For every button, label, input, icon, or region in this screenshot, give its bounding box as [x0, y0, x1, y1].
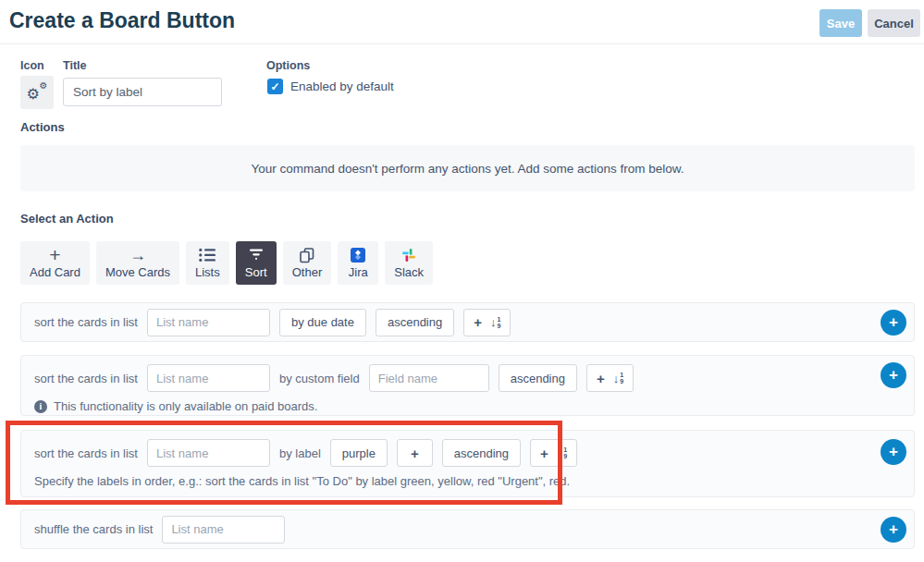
- label-order-note: Specify the labels in order, e.g.: sort …: [21, 474, 914, 488]
- page-title: Create a Board Button: [9, 8, 235, 33]
- header-divider: [0, 43, 924, 44]
- add-action-button[interactable]: +: [881, 310, 906, 336]
- paid-boards-note: i This functionality is only available o…: [21, 399, 914, 413]
- title-field-label: Title: [63, 59, 86, 72]
- icon-picker-button[interactable]: ⚙ ⚙: [20, 76, 54, 109]
- action-row-content: sort the cards in list by due date ascen…: [21, 303, 914, 341]
- tab-label: Other: [292, 265, 323, 279]
- actions-empty-message: Your command doesn't perform any actions…: [251, 162, 684, 176]
- list-name-input[interactable]: [147, 364, 270, 392]
- enabled-by-default-label: Enabled by default: [290, 79, 394, 93]
- check-icon: ✓: [270, 80, 279, 93]
- add-label-button[interactable]: +: [397, 439, 433, 467]
- note-text: This functionality is only available on …: [54, 399, 317, 413]
- sort-field-select[interactable]: by due date: [279, 309, 366, 336]
- action-row-content: sort the cards in list by custom field a…: [21, 364, 914, 392]
- tab-other[interactable]: Other: [283, 241, 332, 285]
- plus-icon: +: [474, 315, 482, 329]
- note-text: Specify the labels in order, e.g.: sort …: [34, 474, 570, 488]
- tab-label: Jira: [349, 265, 368, 279]
- actions-section-label: Actions: [20, 120, 65, 134]
- list-icon: [199, 248, 216, 263]
- add-sort-criteria-button[interactable]: + ↓ 1 9: [530, 439, 577, 467]
- options-field-label: Options: [266, 59, 310, 72]
- gear-icon: ⚙ ⚙: [27, 83, 48, 102]
- by-label-text: by label: [279, 446, 321, 460]
- tab-add-card[interactable]: + Add Card: [20, 241, 90, 285]
- enabled-by-default-checkbox[interactable]: ✓: [267, 79, 283, 94]
- sort-numeric-icon: ↓ 1 9: [613, 372, 623, 385]
- tab-label: Move Cards: [105, 265, 170, 279]
- action-row-sort-by-label: sort the cards in list by label purple +…: [20, 430, 915, 497]
- action-row-shuffle: shuffle the cards in list +: [20, 509, 915, 549]
- select-action-label: Select an Action: [20, 212, 114, 226]
- add-sort-criteria-button[interactable]: + ↓ 1 9: [463, 309, 511, 336]
- add-action-button[interactable]: +: [881, 517, 906, 543]
- plus-icon: +: [540, 446, 548, 460]
- tab-label: Slack: [394, 265, 424, 279]
- plus-icon: +: [889, 314, 898, 330]
- plus-icon: +: [49, 248, 60, 263]
- tab-slack[interactable]: Slack: [385, 241, 433, 285]
- add-action-button[interactable]: +: [881, 439, 906, 465]
- list-name-input[interactable]: [147, 439, 270, 467]
- copy-icon: [300, 248, 314, 263]
- add-action-button[interactable]: +: [881, 362, 906, 388]
- action-row-sort-by-custom-field: sort the cards in list by custom field a…: [20, 355, 915, 416]
- icon-field-label: Icon: [20, 59, 44, 72]
- plus-icon: +: [889, 444, 898, 459]
- title-input[interactable]: [63, 78, 222, 106]
- action-lead-text: sort the cards in list: [34, 315, 138, 329]
- tab-move-cards[interactable]: → Move Cards: [96, 241, 179, 285]
- slack-icon: [401, 248, 416, 263]
- by-custom-field-text: by custom field: [279, 372, 360, 385]
- label-select[interactable]: purple: [330, 439, 388, 467]
- action-tabs: + Add Card → Move Cards Lists: [20, 241, 433, 285]
- create-board-button-page: Create a Board Button Save Cancel Icon T…: [0, 0, 924, 562]
- sort-numeric-icon: ↓ 1 9: [490, 316, 500, 329]
- action-row-sort-by-due-date: sort the cards in list by due date ascen…: [20, 302, 915, 342]
- jira-icon: [351, 248, 365, 263]
- filter-icon: [249, 248, 264, 263]
- list-name-input[interactable]: [147, 309, 270, 336]
- plus-icon: +: [597, 372, 605, 385]
- sort-order-select[interactable]: ascending: [376, 309, 454, 336]
- tab-label: Sort: [245, 265, 267, 279]
- action-row-content: sort the cards in list by label purple +…: [21, 439, 914, 467]
- action-lead-text: sort the cards in list: [34, 446, 138, 460]
- tab-label: Lists: [195, 265, 220, 279]
- sort-order-select[interactable]: ascending: [499, 364, 577, 392]
- tab-jira[interactable]: Jira: [338, 241, 378, 285]
- save-button[interactable]: Save: [819, 9, 862, 37]
- add-sort-criteria-button[interactable]: + ↓ 1 9: [586, 364, 634, 392]
- actions-empty-state: Your command doesn't perform any actions…: [20, 145, 915, 191]
- tab-sort[interactable]: Sort: [236, 241, 277, 285]
- field-name-input[interactable]: [369, 364, 489, 392]
- tab-label: Add Card: [30, 265, 80, 279]
- plus-icon: +: [411, 446, 419, 460]
- list-name-input[interactable]: [162, 516, 285, 544]
- sort-numeric-icon: ↓ 1 9: [557, 446, 567, 459]
- plus-icon: +: [889, 367, 898, 383]
- plus-icon: +: [889, 521, 898, 537]
- sort-order-select[interactable]: ascending: [442, 439, 521, 467]
- tab-lists[interactable]: Lists: [186, 241, 229, 285]
- info-icon: i: [34, 400, 47, 413]
- action-row-content: shuffle the cards in list: [21, 510, 914, 548]
- cancel-button[interactable]: Cancel: [868, 9, 920, 37]
- action-lead-text: sort the cards in list: [34, 372, 138, 385]
- arrow-right-icon: →: [129, 248, 146, 263]
- action-lead-text: shuffle the cards in list: [34, 522, 153, 536]
